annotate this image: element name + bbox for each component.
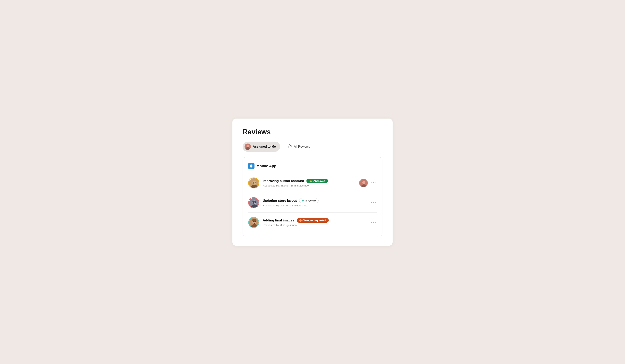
dot-menu-icon bbox=[371, 202, 375, 203]
thumbs-up-icon bbox=[287, 144, 292, 149]
review-item: Improving button contrast 👍 Approved Req… bbox=[248, 173, 377, 193]
badge-in-review: In review bbox=[299, 198, 319, 203]
review-content: Updating store layout In review Requeste… bbox=[263, 198, 367, 207]
svg-point-10 bbox=[255, 182, 256, 182]
review-meta: Requested by Antonio · 18 minutes ago bbox=[263, 184, 356, 187]
project-header[interactable]: Mobile App › bbox=[248, 163, 377, 169]
thumbs-badge-icon: 👍 bbox=[309, 180, 312, 182]
svg-point-27 bbox=[255, 221, 256, 222]
project-name: Mobile App bbox=[256, 164, 276, 168]
page-title: Reviews bbox=[243, 128, 382, 136]
review-actions bbox=[359, 179, 377, 187]
assigned-to-me-label: Assigned to Me bbox=[253, 145, 276, 149]
changes-diamond-icon bbox=[299, 219, 302, 222]
project-icon bbox=[248, 163, 254, 169]
review-actions bbox=[370, 221, 377, 224]
svg-point-15 bbox=[252, 200, 256, 204]
tabs-container: Assigned to Me All Reviews bbox=[243, 142, 382, 152]
avatar-mika bbox=[248, 217, 259, 228]
all-reviews-label: All Reviews bbox=[294, 145, 310, 149]
review-title: Adding final images bbox=[263, 218, 294, 222]
reviews-list-card: Mobile App › Improving button contrast bbox=[243, 157, 382, 236]
svg-point-25 bbox=[252, 219, 256, 222]
review-title: Improving button contrast bbox=[263, 179, 304, 183]
review-title: Updating store layout bbox=[263, 199, 297, 203]
review-meta: Requested by Darren · 12 minutes ago bbox=[263, 204, 367, 207]
review-title-row: Updating store layout In review bbox=[263, 198, 367, 203]
svg-point-9 bbox=[253, 182, 254, 182]
in-review-dot bbox=[302, 200, 304, 202]
project-chevron-icon: › bbox=[279, 164, 280, 168]
dot-menu-icon bbox=[371, 182, 375, 183]
svg-point-1 bbox=[247, 145, 249, 147]
avatar-antonio bbox=[248, 178, 259, 188]
tab-assigned-to-me[interactable]: Assigned to Me bbox=[243, 142, 280, 152]
review-meta: Requested by Mika · just now bbox=[263, 224, 367, 227]
review-actions bbox=[370, 201, 377, 204]
badge-approved: 👍 Approved bbox=[307, 179, 328, 183]
tab-all-reviews[interactable]: All Reviews bbox=[285, 142, 313, 151]
review-content: Improving button contrast 👍 Approved Req… bbox=[263, 179, 356, 187]
reviewer-avatar bbox=[359, 179, 368, 187]
avatar-darren bbox=[248, 197, 259, 208]
review-title-row: Adding final images Changes requested bbox=[263, 218, 367, 223]
main-card: Reviews Assigned to Me All Reviews bbox=[232, 119, 393, 246]
reviewer-avatar-inner bbox=[360, 179, 367, 187]
dot-menu-icon bbox=[371, 222, 375, 223]
assigned-tab-avatar bbox=[245, 144, 251, 150]
more-options-button-1[interactable] bbox=[370, 182, 377, 184]
review-title-row: Improving button contrast 👍 Approved bbox=[263, 179, 356, 183]
svg-point-26 bbox=[253, 221, 254, 222]
review-item: Updating store layout In review Requeste… bbox=[248, 193, 377, 213]
svg-point-17 bbox=[253, 202, 254, 202]
review-item: Adding final images Changes requested Re… bbox=[248, 213, 377, 232]
svg-point-12 bbox=[362, 181, 365, 184]
more-options-button-3[interactable] bbox=[370, 221, 377, 224]
badge-changes-requested: Changes requested bbox=[297, 218, 329, 223]
svg-point-18 bbox=[255, 202, 256, 202]
svg-rect-5 bbox=[251, 167, 252, 167]
review-content: Adding final images Changes requested Re… bbox=[263, 218, 367, 227]
more-options-button-2[interactable] bbox=[370, 201, 377, 204]
